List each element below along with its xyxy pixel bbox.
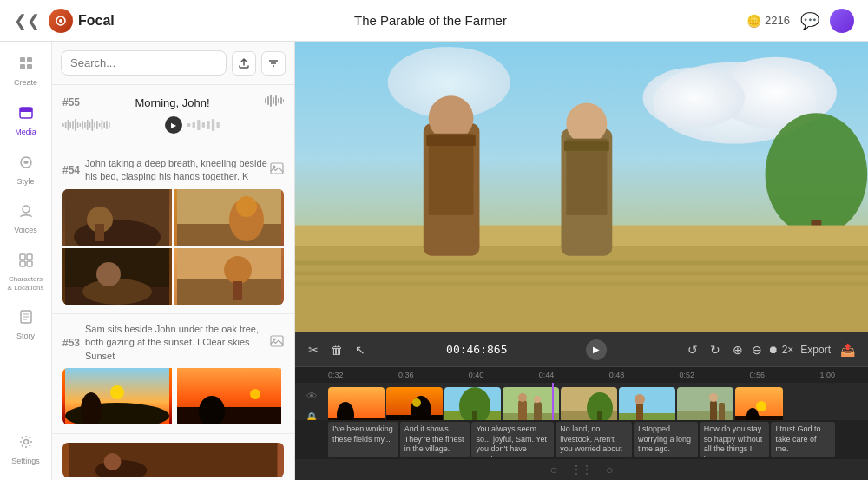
scene-header-55: #55 Morning, John! bbox=[62, 94, 284, 111]
sidebar-item-characters-label: Characters & Locations bbox=[7, 275, 45, 292]
track-area: 👁 🔒 🎤 🔊 bbox=[295, 383, 868, 420]
nav-back-button[interactable]: ❮❮ bbox=[14, 11, 40, 30]
lock-icon[interactable]: 🔒 bbox=[305, 411, 319, 420]
scene-thumb bbox=[174, 248, 284, 305]
scene-header-53: #53 Sam sits beside John under the oak t… bbox=[62, 323, 284, 363]
svg-rect-122 bbox=[518, 400, 527, 420]
cursor-button[interactable]: ↖ bbox=[352, 340, 368, 359]
track-thumb[interactable] bbox=[735, 387, 783, 420]
project-title: The Parable of the Farmer bbox=[354, 13, 507, 28]
zoom-out-button[interactable]: ⊖ bbox=[749, 340, 765, 359]
svg-point-76 bbox=[273, 338, 276, 340]
track-thumb[interactable] bbox=[561, 387, 617, 420]
sidebar-item-media[interactable]: Media bbox=[3, 98, 49, 144]
track-thumb[interactable] bbox=[619, 387, 675, 420]
svg-point-125 bbox=[534, 396, 541, 403]
zoom-in-button[interactable]: ⊕ bbox=[730, 340, 746, 359]
video-track[interactable] bbox=[328, 383, 868, 420]
record-icon: ⏺ bbox=[768, 344, 779, 356]
sidebar-item-create[interactable]: Create bbox=[3, 49, 49, 95]
undo-button[interactable]: ↺ bbox=[685, 340, 700, 359]
track-thumb[interactable] bbox=[503, 387, 559, 420]
ruler-mark: 0:56 bbox=[750, 371, 766, 379]
svg-rect-38 bbox=[82, 121, 83, 129]
svg-rect-41 bbox=[89, 122, 91, 128]
scissors-button[interactable]: ✂ bbox=[306, 340, 321, 359]
loop-end-icon[interactable]: ○ bbox=[606, 463, 613, 477]
filter-button[interactable] bbox=[261, 51, 286, 76]
sidebar-item-story[interactable]: Story bbox=[3, 302, 49, 348]
scene-images-54 bbox=[62, 189, 284, 305]
svg-rect-64 bbox=[177, 224, 281, 246]
play-pause-button[interactable]: ▶ bbox=[586, 339, 607, 360]
ruler-mark: 0:44 bbox=[539, 371, 555, 379]
ruler-mark: 0:32 bbox=[328, 371, 344, 379]
svg-rect-132 bbox=[636, 403, 643, 420]
svg-rect-96 bbox=[295, 246, 868, 332]
timeline-toolbar: ✂ 🗑 ↖ 00:46:865 ▶ ↺ ↻ ⊕ ⊖ ⏺ 2× Export 📤 bbox=[295, 332, 868, 367]
scene-item-53[interactable]: #53 Sam sits beside John under the oak t… bbox=[52, 314, 294, 434]
credits-value: 2216 bbox=[765, 14, 790, 27]
svg-rect-3 bbox=[27, 57, 32, 62]
user-avatar[interactable] bbox=[830, 9, 854, 33]
topbar-right: 🪙 2216 💬 bbox=[746, 9, 854, 33]
sidebar-item-settings[interactable]: Settings bbox=[3, 427, 49, 473]
ruler-mark: 0:40 bbox=[469, 371, 484, 379]
search-input[interactable] bbox=[61, 50, 227, 76]
track-thumb[interactable] bbox=[677, 387, 733, 420]
sidebar-item-style[interactable]: Style bbox=[3, 148, 49, 194]
svg-rect-136 bbox=[710, 401, 717, 420]
svg-rect-54 bbox=[207, 121, 209, 129]
sidebar-item-story-label: Story bbox=[16, 332, 35, 341]
svg-rect-50 bbox=[187, 123, 190, 127]
export-button[interactable]: Export bbox=[800, 344, 831, 356]
track-thumb[interactable] bbox=[444, 387, 501, 420]
chat-icon[interactable]: 💬 bbox=[800, 11, 819, 30]
settings-icon bbox=[18, 434, 34, 454]
svg-rect-27 bbox=[278, 98, 279, 103]
svg-rect-82 bbox=[177, 407, 281, 424]
scene-thumb bbox=[62, 189, 172, 246]
scene-number-55: #55 bbox=[62, 96, 80, 108]
svg-rect-129 bbox=[597, 411, 602, 420]
caption-segment: How do you stay so happy without all the… bbox=[700, 422, 770, 457]
scene-item-54[interactable]: #54 John taking a deep breath, kneeling … bbox=[52, 148, 294, 314]
eye-icon[interactable]: 👁 bbox=[306, 390, 318, 403]
svg-rect-22 bbox=[265, 98, 266, 103]
loop-start-icon[interactable]: ○ bbox=[550, 463, 557, 477]
svg-rect-121 bbox=[503, 413, 559, 420]
caption-segment: I've been working these fields my... bbox=[328, 422, 398, 457]
track-side-icons: 👁 🔒 🎤 🔊 bbox=[295, 383, 328, 420]
sidebar-item-voices[interactable]: Voices bbox=[3, 196, 49, 242]
sidenav: Create Media Style bbox=[0, 42, 52, 480]
svg-rect-75 bbox=[271, 336, 283, 346]
scene-title-55: Morning, John! bbox=[135, 96, 210, 109]
image-icon-53 bbox=[270, 335, 284, 351]
sidebar-item-characters[interactable]: Characters & Locations bbox=[3, 246, 49, 299]
svg-rect-30 bbox=[62, 123, 64, 127]
svg-rect-124 bbox=[534, 402, 542, 420]
create-icon bbox=[18, 56, 34, 76]
upload-button[interactable] bbox=[232, 51, 256, 76]
play-button-55[interactable] bbox=[165, 116, 182, 134]
caption-segment: You always seem so... joyful, Sam. Yet y… bbox=[471, 422, 554, 457]
scene-item-partial[interactable] bbox=[52, 434, 294, 480]
track-thumb[interactable] bbox=[386, 387, 443, 420]
svg-point-66 bbox=[236, 196, 257, 217]
grid-icon[interactable]: ⋮⋮ bbox=[571, 464, 592, 476]
svg-rect-24 bbox=[270, 95, 272, 107]
timeline: ✂ 🗑 ↖ 00:46:865 ▶ ↺ ↻ ⊕ ⊖ ⏺ 2× Export 📤 bbox=[295, 332, 868, 480]
scene-item-55[interactable]: #55 Morning, John! bbox=[52, 85, 294, 148]
svg-rect-57 bbox=[271, 163, 283, 174]
waveform-icon-55 bbox=[265, 94, 284, 111]
export-icon-button[interactable]: 📤 bbox=[838, 340, 858, 359]
delete-button[interactable]: 🗑 bbox=[328, 340, 345, 359]
caption-segment: I trust God to take care of me. bbox=[771, 422, 835, 457]
track-thumb[interactable] bbox=[328, 387, 385, 420]
sidebar-item-media-label: Media bbox=[15, 128, 36, 137]
caption-segment: And it shows. They're the finest in the … bbox=[400, 422, 470, 457]
ruler-mark: 1:00 bbox=[819, 371, 835, 379]
sidebar-item-voices-label: Voices bbox=[14, 226, 37, 235]
svg-point-18 bbox=[23, 440, 28, 444]
redo-button[interactable]: ↻ bbox=[707, 340, 723, 359]
